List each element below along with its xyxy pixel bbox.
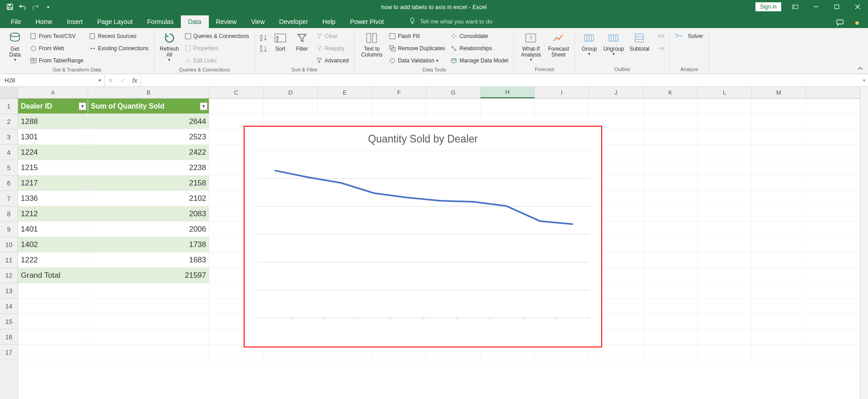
row-header[interactable]: 4 (0, 145, 18, 160)
cell[interactable]: 2422 (88, 145, 209, 160)
ribbon-options-icon[interactable] (785, 0, 806, 14)
tellme-search[interactable]: Tell me what you want to do (405, 14, 496, 28)
clear-filter-button[interactable]: Clear (314, 31, 350, 42)
cell[interactable] (18, 299, 88, 314)
cell[interactable] (698, 129, 752, 144)
row-header[interactable]: 14 (0, 299, 18, 314)
name-box[interactable]: H28 ▼ (0, 74, 105, 86)
cell[interactable] (318, 99, 372, 114)
cell[interactable] (88, 345, 209, 360)
row-header[interactable]: 10 (0, 237, 18, 252)
cell[interactable] (752, 329, 806, 344)
column-header[interactable]: I (535, 87, 589, 98)
column-header[interactable]: H (481, 87, 535, 98)
cell[interactable] (752, 237, 806, 252)
cell[interactable] (209, 99, 264, 114)
column-header[interactable]: F (372, 87, 426, 98)
cell[interactable] (372, 99, 426, 114)
tab-file[interactable]: File (4, 15, 28, 28)
cell[interactable] (589, 99, 643, 114)
cell[interactable] (752, 114, 806, 129)
row-header[interactable]: 2 (0, 114, 18, 129)
cell[interactable] (481, 99, 535, 114)
tab-developer[interactable]: Developer (272, 15, 316, 28)
cell[interactable]: 2238 (88, 160, 209, 175)
cell[interactable] (698, 99, 752, 114)
cell[interactable] (643, 145, 698, 160)
queries-connections-button[interactable]: Queries & Connections (183, 31, 251, 42)
cell[interactable]: 1217 (18, 176, 88, 190)
cell[interactable]: 1336 (18, 191, 88, 206)
cell[interactable] (643, 99, 698, 114)
cell[interactable] (426, 99, 481, 114)
comments-icon[interactable] (835, 17, 845, 28)
cell[interactable] (698, 314, 752, 329)
reapply-button[interactable]: Reapply (314, 43, 350, 54)
cell[interactable]: 1301 (18, 129, 88, 144)
cell[interactable] (752, 222, 806, 237)
cell[interactable] (643, 329, 698, 344)
cell[interactable]: 2644 (88, 114, 209, 129)
cell[interactable] (643, 206, 698, 221)
cell[interactable] (752, 145, 806, 160)
cell[interactable] (698, 299, 752, 314)
cell[interactable] (643, 129, 698, 144)
cell[interactable] (752, 283, 806, 298)
column-header[interactable]: B (88, 87, 209, 98)
enter-formula-icon[interactable]: ✓ (120, 77, 126, 84)
maximize-icon[interactable] (826, 0, 847, 14)
cell[interactable]: 2158 (88, 176, 209, 190)
cell[interactable] (535, 99, 589, 114)
edit-links-button[interactable]: Edit Links (183, 55, 251, 66)
cell[interactable] (698, 345, 752, 360)
relationships-button[interactable]: Relationships (448, 43, 510, 54)
cell[interactable] (752, 176, 806, 190)
cell[interactable] (698, 222, 752, 237)
cell[interactable] (643, 160, 698, 175)
cell[interactable]: 1224 (18, 145, 88, 160)
row-header[interactable]: 5 (0, 160, 18, 176)
forecast-sheet-button[interactable]: Forecast Sheet (546, 30, 571, 58)
collapse-ribbon-button[interactable] (853, 28, 868, 74)
cell[interactable] (643, 222, 698, 237)
column-header[interactable]: E (318, 87, 372, 98)
sort-asc-button[interactable]: AZ (259, 33, 269, 43)
chart-object[interactable]: Quantity Sold by Dealer (244, 126, 602, 347)
cell[interactable] (698, 191, 752, 206)
row-header[interactable]: 11 (0, 252, 18, 268)
chart-plot-area[interactable] (258, 151, 588, 332)
formula-input[interactable] (141, 74, 860, 86)
from-table-button[interactable]: From Table/Range (28, 55, 85, 66)
cell[interactable] (643, 345, 698, 360)
cell[interactable]: 2523 (88, 129, 209, 144)
cell[interactable] (643, 268, 698, 283)
cell[interactable] (643, 252, 698, 267)
vertical-scrollbar[interactable] (860, 87, 868, 399)
cancel-formula-icon[interactable]: ✕ (108, 77, 113, 84)
tab-help[interactable]: Help (315, 15, 343, 28)
cell[interactable] (18, 329, 88, 344)
cell[interactable] (752, 129, 806, 144)
cell[interactable]: 1738 (88, 237, 209, 252)
from-web-button[interactable]: From Web (28, 43, 85, 54)
cell[interactable]: 1222 (18, 252, 88, 267)
cell[interactable] (698, 145, 752, 160)
pending-icon[interactable]: ● (852, 17, 863, 28)
undo-icon[interactable] (16, 0, 29, 13)
cell[interactable]: 1212 (18, 206, 88, 221)
tab-review[interactable]: Review (209, 15, 244, 28)
manage-data-model-button[interactable]: Manage Data Model (448, 55, 510, 66)
column-header[interactable]: M (752, 87, 806, 98)
row-header[interactable]: 8 (0, 206, 18, 222)
row-header[interactable]: 6 (0, 176, 18, 191)
cell[interactable] (752, 206, 806, 221)
cell[interactable] (643, 283, 698, 298)
filter-dropdown-icon[interactable]: ▼ (200, 102, 208, 110)
cell[interactable] (18, 314, 88, 329)
subtotal-button[interactable]: Subtotal (627, 30, 651, 52)
cell[interactable] (698, 206, 752, 221)
from-text-csv-button[interactable]: From Text/CSV (28, 31, 85, 42)
tab-data[interactable]: Data (181, 15, 209, 28)
advanced-filter-button[interactable]: Advanced (314, 55, 350, 66)
cell[interactable]: 2102 (88, 191, 209, 206)
